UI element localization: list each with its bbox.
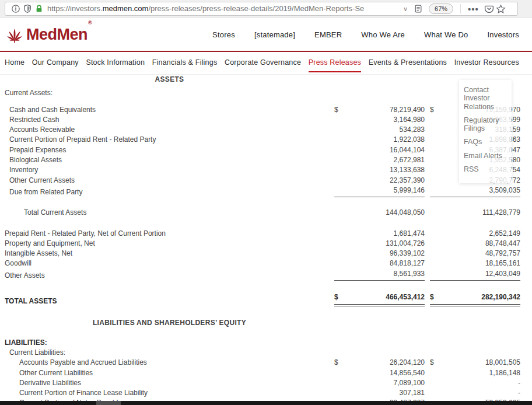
currency-symbol: $: [334, 292, 338, 302]
amount-column-1: 7,089,100: [334, 378, 425, 388]
dropdown-item-faqs[interactable]: FAQs: [464, 138, 507, 146]
amount-column-2: 2,652,149: [430, 229, 520, 239]
section-header-row: LIABILITIES AND SHAREHOLDERS’ EQUITY: [0, 318, 532, 328]
tab-corporate-governance[interactable]: Corporate Governance: [225, 58, 301, 69]
dropdown-item-email-alerts[interactable]: Email Alerts: [464, 152, 507, 160]
amount-column-2: 88,748,447: [430, 239, 520, 249]
pocket-icon[interactable]: [484, 3, 495, 15]
url-text[interactable]: https://investors.medmen.com/press-relea…: [47, 3, 402, 15]
cell-value: 78,219,490: [338, 105, 425, 115]
table-row: Current Portion of Finance Lease Liabili…: [0, 388, 532, 398]
cell-value: 48,792,757: [430, 249, 520, 259]
tab-home[interactable]: Home: [5, 58, 24, 69]
row-label: Prepaid Expenses: [5, 145, 334, 155]
table-row: Current Liabilities:: [0, 348, 532, 358]
nav-item-statemade[interactable]: [statemade]: [254, 30, 295, 39]
table-row: TOTAL ASSETS$466,453,412$282,190,342: [0, 292, 532, 306]
currency-symbol: $: [334, 105, 338, 115]
info-icon[interactable]: [10, 3, 22, 15]
cell-value: 96,339,102: [334, 249, 425, 259]
cell-value: 18,001,505: [434, 358, 520, 368]
amount-column-2: $18,001,505: [430, 358, 520, 368]
cell-value: 307,181: [334, 388, 425, 398]
cell-value: 88,748,447: [430, 239, 520, 249]
section-header: LIABILITIES AND SHAREHOLDERS’ EQUITY: [5, 318, 334, 328]
url-history-chevron-icon[interactable]: ∨: [402, 5, 412, 13]
amount-column-1: 307,181: [334, 388, 425, 398]
table-row: Cash and Cash Equivalents$78,219,490$79,…: [0, 105, 532, 115]
row-label: TOTAL ASSETS: [5, 296, 334, 306]
amount-column-1: 2,672,981: [334, 155, 425, 165]
tab-our-company[interactable]: Our Company: [32, 58, 79, 69]
address-bar[interactable]: https://investors.medmen.com/press-relea…: [5, 2, 518, 16]
nav-item-investors[interactable]: Investors: [487, 30, 519, 39]
url-domain: medmen.com: [103, 4, 149, 13]
amount-column-2: -: [430, 378, 520, 388]
row-label: Due from Related Party: [5, 187, 334, 197]
table-row: Prepaid Expenses16,044,1046,387,047: [0, 145, 532, 155]
table-row: Goodwill84,818,12718,165,161: [0, 259, 532, 268]
row-label: Biological Assets: [5, 155, 334, 165]
nav-item-what-we-do[interactable]: What We Do: [424, 30, 468, 39]
cell-value: 282,190,342: [434, 292, 520, 302]
row-label: Current Assets:: [5, 88, 334, 98]
browser-toolbar: https://investors.medmen.com/press-relea…: [0, 0, 532, 18]
dropdown-item-contact-investor-relations[interactable]: Contact Investor Relations: [464, 86, 507, 111]
row-label: Other Current Assets: [5, 176, 334, 186]
dropdown-item-regulatory-filings[interactable]: Regulatory Filings: [464, 116, 507, 133]
tab-press-releases[interactable]: Press Releases: [309, 58, 361, 69]
shield-icon[interactable]: [22, 3, 33, 15]
tab-investor-resources[interactable]: Investor Resources: [454, 58, 519, 69]
currency-symbol: $: [430, 105, 434, 115]
table-row: Other Current Liabilities14,856,5401,186…: [0, 368, 532, 378]
cell-value: 111,428,779: [430, 208, 520, 218]
url-scheme: https://investors.: [47, 4, 103, 13]
section-header: ASSETS: [5, 75, 334, 85]
amount-column-1: 131,004,726: [334, 239, 425, 249]
cell-value: 131,004,726: [334, 239, 425, 249]
amount-column-1: 1,681,474: [334, 229, 425, 239]
page-actions-icon[interactable]: •••: [463, 4, 484, 14]
nav-item-ember[interactable]: EMBER: [314, 30, 342, 39]
dropdown-item-rss[interactable]: RSS: [464, 165, 507, 173]
row-label: Other Current Liabilities: [5, 368, 334, 378]
amount-column-1: $466,453,412: [334, 292, 425, 306]
cell-value: 3,164,980: [334, 115, 425, 125]
zoom-level-badge[interactable]: 67%: [429, 4, 453, 14]
table-row: Current Assets:: [0, 88, 532, 98]
bottom-bar-segment: [96, 401, 121, 405]
table-row: Current Portion of Prepaid Rent - Relate…: [0, 135, 532, 145]
logo-text: MedMen®: [26, 26, 91, 44]
amount-column-2: 111,428,779: [430, 208, 520, 218]
amount-column-1: 84,818,127: [334, 259, 425, 268]
amount-column-1: 22,357,390: [334, 176, 425, 186]
table-row: Property and Equipment, Net131,004,72688…: [0, 239, 532, 249]
table-row: Total Current Assets144,048,050111,428,7…: [0, 208, 532, 218]
tab-stock-information[interactable]: Stock Information: [86, 58, 145, 69]
browser-window: https://investors.medmen.com/press-relea…: [0, 0, 532, 405]
reader-mode-icon[interactable]: [412, 3, 424, 15]
bottom-bar: [0, 401, 532, 405]
cell-value: 466,453,412: [338, 292, 425, 302]
amount-column-2: 18,165,161: [430, 259, 520, 268]
tab-financials-filings[interactable]: Financials & Filings: [152, 58, 218, 69]
row-label: Current Liabilities:: [5, 348, 334, 358]
cell-value: 534,283: [334, 125, 425, 135]
nav-item-who-we-are[interactable]: Who We Are: [361, 30, 405, 39]
tab-events-presentations[interactable]: Events & Presentations: [369, 58, 447, 69]
bookmark-star-icon[interactable]: [495, 3, 507, 15]
toolbar-separator: [460, 4, 461, 13]
financial-statement: ASSETSCurrent Assets:Cash and Cash Equiv…: [0, 75, 532, 401]
row-label: Current Portion of Finance Lease Liabili…: [5, 388, 334, 398]
amount-column-2: $282,190,342: [430, 292, 520, 306]
amount-column-1: $26,204,120: [334, 358, 425, 368]
medmen-logo[interactable]: MedMen®: [6, 25, 91, 44]
cell-value: 26,204,120: [338, 358, 425, 368]
cannabis-leaf-icon: [6, 25, 23, 44]
table-row: Inventory13,133,6386,248,754: [0, 165, 532, 175]
amount-column-1: 1,922,038: [334, 135, 425, 145]
nav-item-stores[interactable]: Stores: [212, 30, 235, 39]
lock-icon[interactable]: [33, 3, 45, 15]
currency-symbol: $: [430, 292, 434, 302]
amount-column-2: 1,186,148: [430, 368, 520, 378]
